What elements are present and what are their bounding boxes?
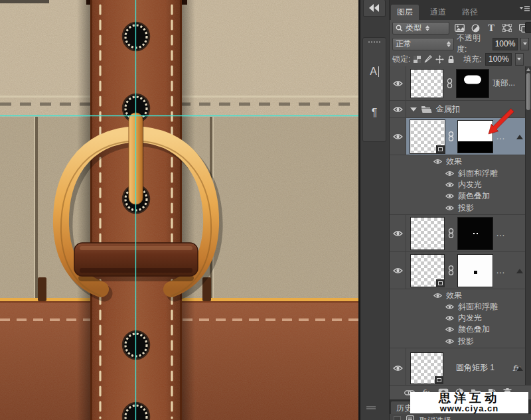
history-step-icon	[406, 415, 414, 420]
eye-icon	[393, 230, 403, 237]
fill-dropdown-arrow[interactable]	[515, 53, 524, 66]
layer-thumbnail[interactable]	[410, 254, 445, 287]
tab-channels[interactable]: 通道	[424, 5, 452, 20]
effect-row-color-overlay[interactable]: 颜色叠加	[390, 190, 531, 202]
effects-collapse-icon[interactable]	[516, 366, 523, 371]
effect-label: 颜色叠加	[458, 324, 490, 335]
eye-icon[interactable]	[433, 159, 442, 165]
lock-transparency-icon[interactable]	[414, 56, 421, 63]
visibility-toggle[interactable]	[390, 101, 406, 117]
watermark-title: 思洋互动	[439, 393, 500, 404]
layer-mask-thumbnail[interactable]	[457, 254, 493, 287]
filter-kind-dropdown[interactable]: 类型	[392, 22, 449, 35]
filter-adjustment-button[interactable]	[469, 23, 481, 34]
effects-header-row[interactable]: 效果	[390, 289, 531, 301]
lock-all-icon[interactable]	[447, 55, 455, 64]
filtering-on-off-toggle[interactable]	[525, 22, 531, 33]
layer-row-top[interactable]: 顶部...	[390, 66, 531, 101]
effect-label: 颜色叠加	[458, 190, 490, 202]
dropdown-updown-icon	[425, 25, 429, 31]
history-body: 取消选择	[390, 414, 531, 420]
effects-label: 效果	[446, 156, 462, 167]
layer-list-scrollbar[interactable]	[525, 66, 531, 385]
layer-thumbnail[interactable]	[410, 217, 445, 250]
group-expand-icon[interactable]	[410, 107, 417, 111]
eye-icon[interactable]	[445, 304, 454, 310]
watermark-url: www.ciya.cn	[440, 404, 499, 413]
mask-link-icon[interactable]	[447, 78, 453, 88]
opacity-value[interactable]: 100%	[493, 38, 518, 50]
lock-position-icon[interactable]	[435, 55, 444, 64]
effect-label: 斜面和浮雕	[458, 168, 498, 179]
effect-row-inner-glow[interactable]: 内发光	[390, 313, 531, 324]
visibility-toggle[interactable]	[390, 118, 406, 155]
visibility-toggle[interactable]	[390, 66, 406, 100]
effect-row-bevel-emboss[interactable]: 斜面和浮雕	[390, 168, 531, 179]
group-name[interactable]: 金属扣	[436, 104, 460, 115]
eye-icon[interactable]	[445, 315, 454, 321]
vector-mask-badge-icon	[435, 376, 443, 384]
layer-name[interactable]: 顶部...	[493, 78, 515, 89]
filter-kind-label: 类型	[406, 23, 421, 34]
scrollbar-up-icon[interactable]	[526, 68, 530, 71]
mask-link-icon[interactable]	[448, 265, 454, 275]
mask-link-icon[interactable]	[448, 228, 454, 238]
layer-thumbnail[interactable]	[410, 352, 443, 384]
layer-mask-thumbnail[interactable]	[456, 69, 489, 98]
scrollbar-thumb[interactable]	[526, 73, 530, 110]
effect-row-drop-shadow[interactable]: 投影	[390, 335, 531, 348]
visibility-toggle[interactable]	[390, 215, 406, 251]
paragraph-panel-icon: ¶	[372, 107, 378, 119]
filter-pixel-button[interactable]	[453, 23, 465, 34]
effect-row-drop-shadow[interactable]: 投影	[390, 202, 531, 215]
history-item[interactable]: 取消选择	[390, 414, 531, 420]
dock-grip[interactable]	[368, 41, 382, 43]
layer-thumbnail[interactable]	[410, 120, 445, 153]
eye-icon[interactable]	[445, 205, 454, 211]
layer-name[interactable]: ...	[496, 229, 505, 238]
eye-icon[interactable]	[445, 182, 454, 188]
lock-paint-icon[interactable]	[424, 55, 432, 63]
tab-paths[interactable]: 路径	[456, 5, 484, 20]
paragraph-panel-button[interactable]: ¶	[365, 102, 384, 124]
vector-mask-badge-icon	[436, 145, 445, 153]
layer-thumbnail[interactable]	[410, 69, 443, 98]
effect-row-color-overlay[interactable]: 颜色叠加	[390, 324, 531, 335]
dock-bottom-grip[interactable]	[366, 406, 376, 409]
eye-icon[interactable]	[433, 293, 442, 299]
eye-icon[interactable]	[445, 326, 454, 332]
layer-name[interactable]: 圆角矩形 1	[456, 362, 494, 374]
effects-label: 效果	[446, 290, 462, 301]
blend-mode-value: 正常	[396, 38, 412, 50]
opacity-dropdown-arrow[interactable]	[520, 38, 529, 50]
layer-row-hidden-mask[interactable]: ...	[390, 215, 531, 252]
effects-collapse-icon[interactable]	[516, 269, 523, 273]
layer-row-white-mask[interactable]: ...	[390, 252, 531, 289]
filter-shape-button[interactable]	[501, 23, 513, 34]
mask-link-icon[interactable]	[448, 131, 454, 141]
document-canvas[interactable]	[0, 0, 358, 420]
blend-mode-dropdown[interactable]: 正常	[392, 38, 454, 50]
eye-icon[interactable]	[445, 338, 454, 344]
effects-header-row[interactable]: 效果	[390, 155, 531, 168]
effect-label: 斜面和浮雕	[458, 301, 498, 313]
visibility-toggle[interactable]	[390, 252, 406, 289]
eye-icon[interactable]	[445, 193, 454, 199]
filter-type-button[interactable]: T	[485, 23, 497, 34]
effect-row-inner-glow[interactable]: 内发光	[390, 179, 531, 190]
collapse-dock-icon	[368, 3, 380, 13]
eye-icon[interactable]	[445, 171, 454, 176]
dock-top-button[interactable]	[363, 0, 386, 17]
fill-value[interactable]: 100%	[485, 53, 512, 66]
panel-menu-icon[interactable]	[520, 5, 530, 13]
layer-row-rounded-rect[interactable]: 圆角矩形 1 fx	[390, 348, 531, 385]
visibility-toggle[interactable]	[390, 348, 406, 385]
tab-layers[interactable]: 图层	[391, 5, 419, 20]
watermark: 思洋互动 www.ciya.cn	[410, 392, 528, 413]
layer-name[interactable]: ...	[496, 266, 505, 275]
effect-row-bevel-emboss[interactable]: 斜面和浮雕	[390, 301, 531, 313]
character-panel-button[interactable]: A	[365, 60, 384, 83]
layer-mask-thumbnail[interactable]	[457, 217, 493, 250]
history-source-checkbox[interactable]	[394, 416, 401, 420]
panel-tab-bar: 图层 通道 路径	[390, 0, 531, 20]
